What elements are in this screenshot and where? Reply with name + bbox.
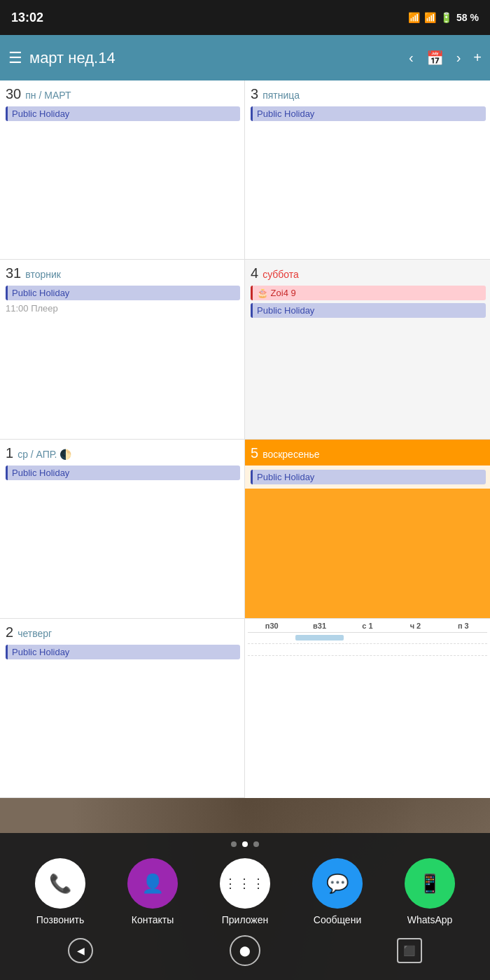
contacts-label: Контакты	[132, 914, 174, 925]
day-header-1: 1 ср / АПР. 🌓	[6, 445, 240, 461]
nav-app-whatsapp[interactable]: 📱 WhatsApp	[405, 858, 455, 925]
add-icon[interactable]: +	[473, 50, 482, 66]
mini-row3-3	[344, 659, 391, 664]
day-number-4: 4	[251, 265, 258, 281]
day-name-3: пятница	[262, 90, 300, 101]
nav-apps: 📞 Позвонить 👤 Контакты ⋮⋮⋮ Приложен 💬 Со…	[0, 853, 490, 928]
event-holiday-3[interactable]: Public Holiday	[251, 106, 486, 121]
nav-dot-2	[242, 841, 248, 847]
bottom-nav: 📞 Позвонить 👤 Контакты ⋮⋮⋮ Приложен 💬 Со…	[0, 833, 490, 980]
day-cell-5[interactable]: 5 воскресенье Public Holiday	[245, 440, 490, 619]
apps-label: Приложен	[222, 914, 269, 925]
event-holiday-30[interactable]: Public Holiday	[6, 106, 240, 121]
mini-row3-4	[391, 659, 439, 664]
nav-app-phone[interactable]: 📞 Позвонить	[35, 858, 85, 925]
mini-col-p3: п 3	[440, 622, 487, 630]
home-icon: ⬤	[239, 945, 251, 956]
mini-col-s1: с 1	[344, 622, 391, 630]
day-number-5: 5	[251, 445, 258, 461]
wifi-icon: 📶	[408, 12, 420, 23]
battery-level: 58 %	[456, 12, 479, 23]
day-cell-2[interactable]: 2 четверг Public Holiday	[0, 619, 245, 798]
back-button[interactable]: ◀	[68, 938, 93, 963]
mini-day-empty2	[344, 635, 391, 640]
mini-day-empty4	[440, 635, 487, 640]
day-name-2: четверг	[18, 628, 52, 639]
calendar-app: ☰ март нед.14 ‹ 📅 › + 30 пн / МАРТ Publi…	[0, 35, 490, 798]
event-holiday-31[interactable]: Public Holiday	[6, 286, 240, 300]
day-cell-30[interactable]: 30 пн / МАРТ Public Holiday	[0, 80, 245, 260]
day-name-5: воскресенье	[262, 449, 319, 460]
day-cell-3[interactable]: 3 пятница Public Holiday	[245, 80, 490, 260]
mini-row2-2	[295, 647, 343, 652]
messages-icon[interactable]: 💬	[312, 858, 363, 909]
calendar-title: март нед.14	[29, 49, 409, 67]
day-number-31: 31	[6, 265, 21, 281]
mini-row3-1	[248, 659, 295, 664]
day-name-31: вторник	[25, 269, 61, 280]
nav-app-contacts[interactable]: 👤 Контакты	[127, 858, 178, 925]
day-cell-31[interactable]: 31 вторник Public Holiday 11:00 Плеер	[0, 260, 245, 439]
event-birthday-4[interactable]: 🎂 Zoi4 9	[251, 286, 486, 300]
mini-day-selected[interactable]	[295, 635, 343, 640]
mini-row2-1	[248, 647, 295, 652]
nav-dot-1	[231, 841, 237, 847]
apps-icon[interactable]: ⋮⋮⋮	[220, 858, 270, 909]
phone-icon[interactable]: 📞	[35, 858, 85, 909]
recents-icon: ⬛	[403, 945, 415, 956]
status-bar: 13:02 📶 📶 🔋 58 %	[0, 0, 490, 35]
day-cell-1[interactable]: 1 ср / АПР. 🌓 Public Holiday	[0, 440, 245, 619]
event-holiday-4[interactable]: Public Holiday	[251, 303, 486, 318]
status-right: 📶 📶 🔋 58 %	[408, 12, 479, 23]
day-header-3: 3 пятница	[251, 86, 486, 102]
day-number-2: 2	[6, 624, 13, 640]
recents-button[interactable]: ⬛	[397, 938, 422, 963]
day-header-30: 30 пн / МАРТ	[6, 86, 240, 102]
day-cell-4[interactable]: 4 суббота 🎂 Zoi4 9 Public Holiday	[245, 260, 490, 439]
mini-row2-3	[344, 647, 391, 652]
signal-icon: 📶	[424, 12, 436, 23]
day-header-31: 31 вторник	[6, 265, 240, 281]
event-holiday-5[interactable]: Public Holiday	[251, 470, 486, 484]
whatsapp-icon[interactable]: 📱	[405, 858, 455, 909]
system-nav: ◀ ⬤ ⬛	[0, 928, 490, 974]
mini-day-empty3	[391, 635, 439, 640]
menu-icon[interactable]: ☰	[8, 49, 22, 67]
status-time: 13:02	[11, 10, 43, 25]
next-icon[interactable]: ›	[456, 50, 461, 66]
mini-row3-5	[440, 659, 487, 664]
calendar-header: ☰ март нед.14 ‹ 📅 › +	[0, 35, 490, 80]
nav-dot-3	[253, 841, 259, 847]
event-holiday-1[interactable]: Public Holiday	[6, 465, 240, 480]
day-name-1: ср / АПР. 🌓	[18, 449, 71, 460]
home-button[interactable]: ⬤	[230, 935, 260, 966]
day-name-4: суббота	[262, 269, 299, 280]
day-header-2: 2 четверг	[6, 624, 240, 640]
contacts-icon[interactable]: 👤	[127, 858, 178, 909]
whatsapp-label: WhatsApp	[407, 914, 453, 925]
mini-day-empty1	[248, 635, 295, 640]
event-time-31[interactable]: 11:00 Плеер	[6, 303, 240, 314]
phone-label: Позвонить	[36, 914, 84, 925]
header-actions: ‹ 📅 › +	[409, 50, 482, 66]
battery-icon: 🔋	[440, 12, 452, 23]
today-icon[interactable]: 📅	[426, 50, 444, 66]
day-number-3: 3	[251, 86, 258, 102]
nav-app-launcher[interactable]: ⋮⋮⋮ Приложен	[220, 858, 270, 925]
mini-col-p30: п30	[248, 622, 295, 630]
mini-calendar: п30 в31 с 1 ч 2 п 3	[248, 622, 487, 664]
mini-col-ch2: ч 2	[391, 622, 439, 630]
back-icon: ◀	[77, 945, 85, 956]
calendar-grid: 30 пн / МАРТ Public Holiday 3 пятница Pu…	[0, 80, 490, 798]
mini-row2-5	[440, 647, 487, 652]
prev-icon[interactable]: ‹	[409, 50, 414, 66]
mini-row3-2	[295, 659, 343, 664]
day-header-4: 4 суббота	[251, 265, 486, 281]
day-name-30: пн / МАРТ	[25, 90, 71, 101]
messages-label: Сообщени	[314, 914, 361, 925]
mini-calendar-cell: п30 в31 с 1 ч 2 п 3	[245, 619, 490, 798]
mini-col-v31: в31	[295, 622, 343, 630]
nav-app-messages[interactable]: 💬 Сообщени	[312, 858, 363, 925]
event-holiday-2[interactable]: Public Holiday	[6, 645, 240, 659]
nav-dots	[0, 833, 490, 853]
